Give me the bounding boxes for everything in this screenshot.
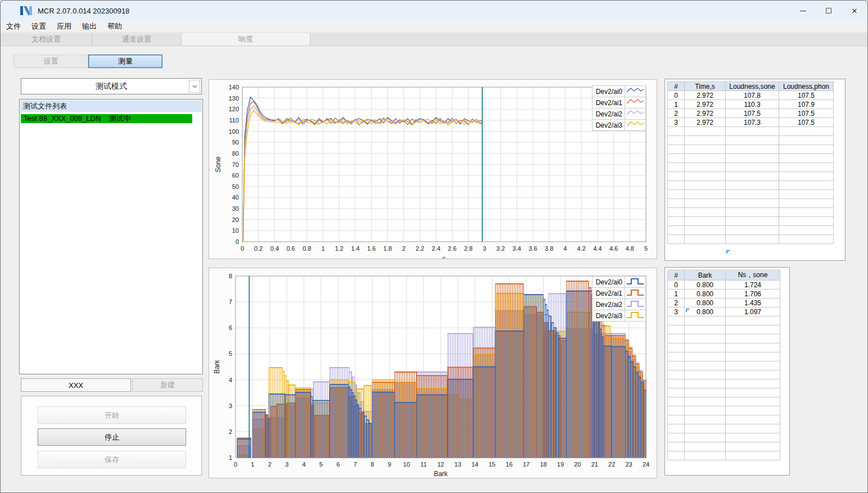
table-cell[interactable] — [668, 352, 685, 361]
table-cell[interactable] — [668, 424, 685, 433]
table-row-empty[interactable] — [668, 235, 834, 244]
column-header[interactable]: Time,s — [685, 82, 726, 91]
table-cell[interactable] — [685, 352, 726, 361]
table-row-empty[interactable] — [668, 361, 780, 370]
test-file-list[interactable]: 测试文件列表 Test 88_XXX_009_LDN 测试中 — [19, 99, 203, 374]
table-cell[interactable] — [685, 442, 726, 451]
table-cell[interactable] — [726, 424, 780, 433]
table-row-empty[interactable] — [668, 379, 780, 388]
minimize-button[interactable] — [790, 1, 816, 21]
table-cell[interactable]: 1.724 — [726, 281, 780, 290]
table-cell[interactable] — [726, 190, 779, 199]
table-cell[interactable]: 1.706 — [726, 290, 780, 298]
table-row-empty[interactable] — [668, 208, 834, 217]
table-cell[interactable] — [779, 136, 834, 145]
table-cell[interactable] — [668, 388, 685, 397]
table-cell[interactable] — [779, 190, 834, 199]
menu-item-4[interactable]: 帮助 — [103, 21, 126, 32]
column-header[interactable]: Loudness,phon — [779, 82, 834, 91]
table-cell[interactable] — [779, 199, 834, 208]
table-cell[interactable] — [726, 406, 780, 415]
table-cell[interactable] — [685, 388, 726, 397]
table-cell[interactable] — [779, 181, 834, 190]
loudness-results-table[interactable]: #Time,sLoudness,soneLoudness,phon02.9721… — [667, 82, 834, 244]
table-cell[interactable] — [726, 127, 779, 136]
table-row-empty[interactable] — [668, 199, 834, 208]
table-row-empty[interactable] — [668, 370, 780, 379]
column-header[interactable]: # — [668, 270, 685, 281]
subtab-settings-button[interactable]: 设置 — [13, 55, 88, 68]
table-cell[interactable] — [726, 451, 780, 460]
table-cell[interactable] — [726, 136, 779, 145]
table-row-empty[interactable] — [668, 145, 834, 154]
table-cell[interactable] — [726, 154, 779, 163]
table-cell[interactable] — [685, 361, 726, 370]
table-cell[interactable] — [668, 127, 685, 136]
table-row[interactable]: 00.8001.724 — [668, 281, 780, 290]
table-cell[interactable]: 110.3 — [726, 100, 779, 109]
table-cell[interactable]: 2.972 — [685, 118, 726, 127]
table-cell[interactable] — [685, 226, 726, 235]
table-cell[interactable] — [668, 226, 685, 235]
table-cell[interactable]: 2 — [668, 298, 685, 307]
new-button[interactable]: 新建 — [132, 378, 203, 392]
table-cell[interactable] — [685, 163, 726, 172]
table-cell[interactable] — [726, 379, 780, 388]
table-cell[interactable] — [685, 172, 726, 181]
subtab-measure-button[interactable]: 测量 — [88, 55, 162, 68]
table-row-empty[interactable] — [668, 190, 834, 199]
table-cell[interactable]: 2.972 — [685, 100, 726, 109]
table-cell[interactable] — [726, 415, 780, 424]
table-cell[interactable]: 107.3 — [726, 118, 779, 127]
table-cell[interactable] — [779, 226, 834, 235]
column-header[interactable]: Bark — [685, 270, 726, 281]
table-row[interactable]: 10.8001.706 — [668, 290, 780, 298]
table-cell[interactable]: 0.800 — [685, 281, 726, 290]
table-cell[interactable]: 2.972 — [685, 109, 726, 118]
table-cell[interactable] — [726, 388, 780, 397]
table-cell[interactable] — [685, 136, 726, 145]
table-cell[interactable]: 0 — [668, 281, 685, 290]
table-cell[interactable] — [726, 352, 780, 361]
table-cell[interactable] — [726, 343, 780, 352]
table-row-empty[interactable] — [668, 388, 780, 397]
table-cell[interactable] — [685, 199, 726, 208]
table-cell[interactable] — [668, 145, 685, 154]
menu-item-3[interactable]: 输出 — [78, 21, 101, 32]
table-cell[interactable] — [685, 397, 726, 406]
table-cell[interactable] — [668, 397, 685, 406]
table-cell[interactable] — [726, 208, 779, 217]
menu-item-0[interactable]: 文件 — [2, 21, 25, 32]
table-cell[interactable] — [668, 163, 685, 172]
table-cell[interactable] — [726, 235, 779, 244]
table-cell[interactable]: 107.5 — [779, 91, 834, 100]
table-cell[interactable] — [726, 397, 780, 406]
table-cell[interactable] — [685, 415, 726, 424]
table-cell[interactable] — [685, 190, 726, 199]
table-row-empty[interactable] — [668, 343, 780, 352]
save-button[interactable]: 保存 — [38, 451, 186, 468]
table-cell[interactable] — [726, 226, 779, 235]
table-cell[interactable] — [685, 316, 726, 325]
table-cell[interactable] — [685, 127, 726, 136]
table-cell[interactable] — [668, 370, 685, 379]
table-row-empty[interactable] — [668, 424, 780, 433]
test-mode-select[interactable]: 测试模式 — [21, 78, 202, 94]
table-cell[interactable] — [726, 334, 780, 343]
table-cell[interactable] — [779, 145, 834, 154]
table-cell[interactable] — [668, 406, 685, 415]
table-row-empty[interactable] — [668, 127, 834, 136]
table-cell[interactable]: 1 — [668, 290, 685, 298]
table-cell[interactable] — [685, 154, 726, 163]
table-cell[interactable]: 107.9 — [779, 100, 834, 109]
table-row-empty[interactable] — [668, 451, 780, 460]
start-button[interactable]: 开始 — [38, 406, 186, 424]
table-cell[interactable] — [685, 424, 726, 433]
table-cell[interactable] — [668, 172, 685, 181]
table-row-empty[interactable] — [668, 226, 834, 235]
table-cell[interactable] — [726, 217, 779, 226]
table-row-empty[interactable] — [668, 181, 834, 190]
table-row-empty[interactable] — [668, 415, 780, 424]
close-button[interactable]: ✕ — [842, 1, 867, 21]
table-row-empty[interactable] — [668, 352, 780, 361]
